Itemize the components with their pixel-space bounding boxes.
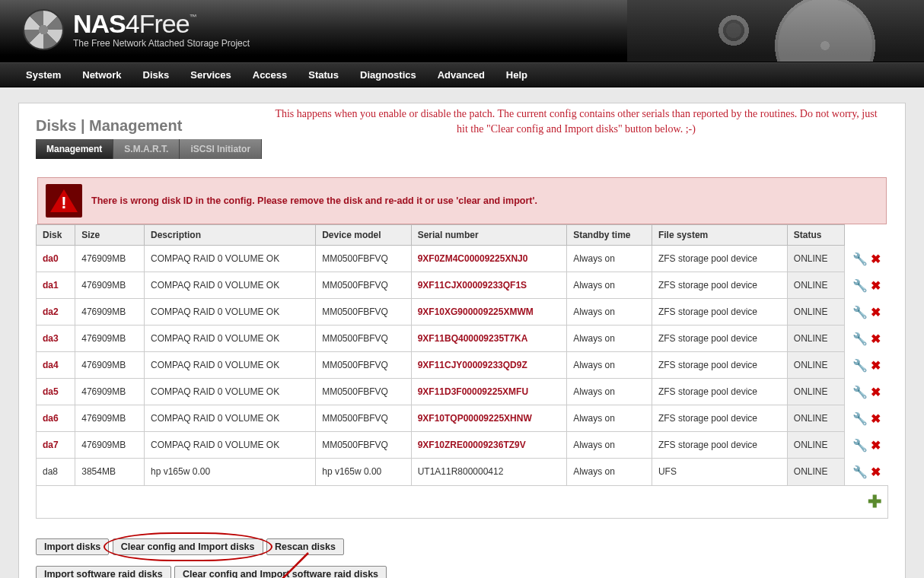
cell-standby: Always on xyxy=(567,379,652,405)
cell-serial: 9XF10XG900009225XMWM xyxy=(411,299,567,326)
delete-icon[interactable]: ✖ xyxy=(869,411,882,426)
header: NAS4Free™ The Free Network Attached Stor… xyxy=(0,0,924,62)
cell-desc: COMPAQ RAID 0 VOLUME OK xyxy=(145,326,316,352)
table-row: da7476909MBCOMPAQ RAID 0 VOLUME OKMM0500… xyxy=(37,432,888,459)
add-disk-icon[interactable]: ✚ xyxy=(868,492,881,511)
cell-status: ONLINE xyxy=(787,326,844,352)
cell-size: 476909MB xyxy=(75,326,145,352)
cell-size: 476909MB xyxy=(75,352,145,379)
cell-size: 476909MB xyxy=(75,432,145,459)
cell-standby: Always on xyxy=(567,326,652,352)
delete-icon[interactable]: ✖ xyxy=(869,252,882,266)
cell-disk: da1 xyxy=(37,272,75,299)
cell-model: MM0500FBFVQ xyxy=(316,379,411,405)
cell-standby: Always on xyxy=(567,352,652,379)
edit-icon[interactable]: 🔧 xyxy=(851,385,869,399)
menu-network[interactable]: Network xyxy=(72,63,132,87)
cell-model: MM0500FBFVQ xyxy=(316,246,411,272)
tabs: ManagementS.M.A.R.T.iSCSI Initiator xyxy=(36,139,888,159)
edit-icon[interactable]: 🔧 xyxy=(851,305,869,319)
menu-help[interactable]: Help xyxy=(495,63,538,87)
cell-size: 476909MB xyxy=(75,246,145,272)
menubar: SystemNetworkDisksServicesAccessStatusDi… xyxy=(0,62,924,87)
cell-desc: COMPAQ RAID 0 VOLUME OK xyxy=(145,379,316,405)
cell-size: 476909MB xyxy=(75,379,145,405)
cell-size: 476909MB xyxy=(75,299,145,326)
clear-config-import-disks-button[interactable]: Clear config and Import disks xyxy=(113,538,263,555)
delete-icon[interactable]: ✖ xyxy=(869,332,882,346)
cell-serial: 9XF11D3F00009225XMFU xyxy=(411,379,567,405)
delete-icon[interactable]: ✖ xyxy=(869,358,882,373)
cell-model: MM0500FBFVQ xyxy=(316,272,411,299)
col-disk: Disk xyxy=(37,225,75,246)
cell-disk: da3 xyxy=(37,326,75,352)
cell-standby: Always on xyxy=(567,432,652,459)
edit-icon[interactable]: 🔧 xyxy=(851,252,869,266)
import-disks-button[interactable]: Import disks xyxy=(36,538,109,555)
cell-fs: UFS xyxy=(652,459,787,486)
cell-desc: COMPAQ RAID 0 VOLUME OK xyxy=(145,405,316,432)
cell-status: ONLINE xyxy=(787,379,844,405)
cell-status: ONLINE xyxy=(787,352,844,379)
menu-diagnostics[interactable]: Diagnostics xyxy=(349,63,427,87)
cell-model: MM0500FBFVQ xyxy=(316,299,411,326)
menu-system[interactable]: System xyxy=(15,63,72,87)
delete-icon[interactable]: ✖ xyxy=(869,278,882,293)
table-row: da3476909MBCOMPAQ RAID 0 VOLUME OKMM0500… xyxy=(37,326,888,352)
cell-fs: ZFS storage pool device xyxy=(652,299,787,326)
delete-icon[interactable]: ✖ xyxy=(869,305,882,319)
page: Disks | Management This happens when you… xyxy=(18,103,906,578)
cell-fs: ZFS storage pool device xyxy=(652,326,787,352)
cell-serial: 9XF11CJY00009233QD9Z xyxy=(411,352,567,379)
cell-fs: ZFS storage pool device xyxy=(652,379,787,405)
rescan-disks-button[interactable]: Rescan disks xyxy=(266,538,344,555)
delete-icon[interactable]: ✖ xyxy=(869,385,882,399)
tab-management[interactable]: Management xyxy=(36,139,113,159)
col-standby-time: Standby time xyxy=(567,225,652,246)
menu-access[interactable]: Access xyxy=(242,63,298,87)
table-row: da0476909MBCOMPAQ RAID 0 VOLUME OKMM0500… xyxy=(37,246,888,272)
cell-size: 476909MB xyxy=(75,405,145,432)
edit-icon[interactable]: 🔧 xyxy=(851,438,869,453)
edit-icon[interactable]: 🔧 xyxy=(851,411,869,426)
tab-iscsi-initiator[interactable]: iSCSI Initiator xyxy=(180,139,262,159)
edit-icon[interactable]: 🔧 xyxy=(851,465,869,479)
table-row: da6476909MBCOMPAQ RAID 0 VOLUME OKMM0500… xyxy=(37,405,888,432)
menu-status[interactable]: Status xyxy=(298,63,349,87)
cell-standby: Always on xyxy=(567,272,652,299)
cell-model: MM0500FBFVQ xyxy=(316,352,411,379)
table-row: da4476909MBCOMPAQ RAID 0 VOLUME OKMM0500… xyxy=(37,352,888,379)
warning-icon: ! xyxy=(46,184,82,218)
table-row: da1476909MBCOMPAQ RAID 0 VOLUME OKMM0500… xyxy=(37,272,888,299)
cell-serial: 9XF0ZM4C00009225XNJ0 xyxy=(411,246,567,272)
alert-banner: ! There is wrong disk ID in the config. … xyxy=(37,177,887,224)
tab-s-m-a-r-t-[interactable]: S.M.A.R.T. xyxy=(113,139,180,159)
col-description: Description xyxy=(145,225,316,246)
import-software-raid-button[interactable]: Import software raid disks xyxy=(36,566,171,579)
cell-standby: Always on xyxy=(567,299,652,326)
cell-status: ONLINE xyxy=(787,405,844,432)
delete-icon[interactable]: ✖ xyxy=(869,465,882,479)
cell-standby: Always on xyxy=(567,405,652,432)
cell-serial: 9XF11CJX00009233QF1S xyxy=(411,272,567,299)
cell-fs: ZFS storage pool device xyxy=(652,246,787,272)
col-device-model: Device model xyxy=(316,225,411,246)
menu-services[interactable]: Services xyxy=(180,63,242,87)
cell-desc: COMPAQ RAID 0 VOLUME OK xyxy=(145,299,316,326)
edit-icon[interactable]: 🔧 xyxy=(851,278,869,293)
clear-config-import-software-raid-button[interactable]: Clear config and Import software raid di… xyxy=(174,566,387,579)
delete-icon[interactable]: ✖ xyxy=(869,438,882,453)
cell-serial: UT1A11R800000412 xyxy=(411,459,567,486)
edit-icon[interactable]: 🔧 xyxy=(851,332,869,346)
cell-fs: ZFS storage pool device xyxy=(652,405,787,432)
menu-disks[interactable]: Disks xyxy=(132,63,180,87)
edit-icon[interactable]: 🔧 xyxy=(851,358,869,373)
cell-size: 476909MB xyxy=(75,272,145,299)
cell-status: ONLINE xyxy=(787,299,844,326)
cell-desc: COMPAQ RAID 0 VOLUME OK xyxy=(145,246,316,272)
cell-disk: da5 xyxy=(37,379,75,405)
menu-advanced[interactable]: Advanced xyxy=(427,63,495,87)
cell-standby: Always on xyxy=(567,246,652,272)
cell-model: MM0500FBFVQ xyxy=(316,326,411,352)
cell-serial: 9XF10ZRE00009236TZ9V xyxy=(411,432,567,459)
